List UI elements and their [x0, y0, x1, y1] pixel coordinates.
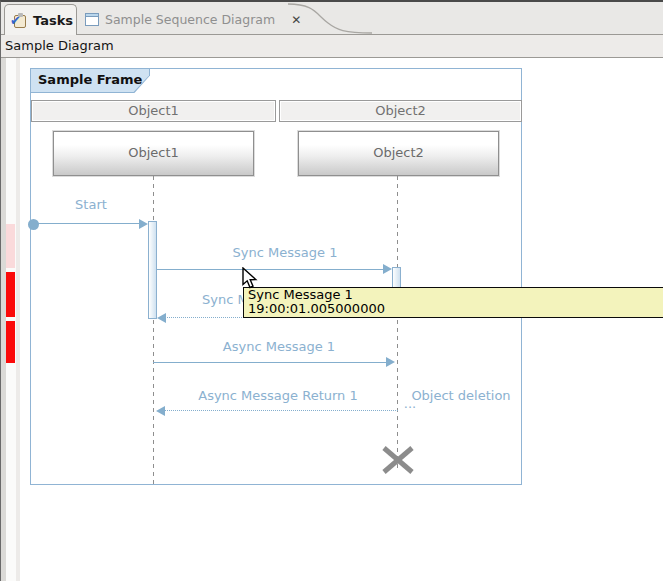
- lifeline-object2[interactable]: [397, 176, 398, 470]
- async-message-return-1-line[interactable]: [161, 410, 398, 411]
- ruler-inner-edge: [16, 58, 20, 581]
- tooltip-timestamp: 19:00:01.005000000: [248, 302, 662, 316]
- object-box-object2[interactable]: Object2: [298, 131, 499, 176]
- lifeline-header-object2[interactable]: Object2: [279, 100, 522, 122]
- view-title: Sample Diagram: [5, 38, 114, 53]
- mouse-cursor-icon: [241, 267, 263, 291]
- execution-bar-object1[interactable]: [148, 221, 157, 319]
- marker-red-2[interactable]: [6, 321, 15, 363]
- tab-edge-curve: [282, 2, 372, 35]
- start-message-arrowhead: [139, 219, 148, 229]
- frame-title: Sample Frame: [31, 69, 149, 92]
- sequence-diagram-icon: [85, 13, 99, 26]
- start-message-line[interactable]: [33, 223, 143, 224]
- sync-message-1-label[interactable]: Sync Message 1: [185, 245, 385, 260]
- sync-message-1-line[interactable]: [157, 269, 385, 270]
- marker-lane: [6, 58, 16, 581]
- lifeline-header-object1[interactable]: Object1: [31, 100, 276, 122]
- async-message-return-1-label[interactable]: Async Message Return 1: [178, 388, 378, 403]
- sync-message-return-1-arrowhead: [157, 313, 166, 323]
- sequence-diagram-icon-titlebar: [86, 14, 98, 17]
- object-deletion-ellipsis: ...: [399, 396, 421, 411]
- sync-message-1-arrowhead: [383, 264, 392, 274]
- marker-red-1[interactable]: [6, 272, 15, 317]
- tab-seq-label: Sample Sequence Diagram: [105, 12, 275, 27]
- tooltip-title: Sync Message 1: [248, 288, 662, 302]
- editor-tab-bar: ✔ Tasks Sample Sequence Diagram ✕: [1, 2, 663, 35]
- start-message-label[interactable]: Start: [41, 197, 141, 212]
- object-deletion-label[interactable]: Object deletion: [405, 388, 517, 403]
- tab-tasks[interactable]: ✔ Tasks: [4, 4, 77, 36]
- async-message-return-1-arrowhead: [156, 406, 165, 416]
- marker-pink[interactable]: [6, 224, 15, 268]
- tab-sample-sequence-diagram[interactable]: Sample Sequence Diagram ✕: [80, 4, 301, 35]
- tab-tasks-label: Tasks: [33, 13, 73, 28]
- async-message-1-label[interactable]: Async Message 1: [179, 339, 379, 354]
- tasks-icon-check: ✔: [10, 13, 21, 28]
- object-stop-cross-icon[interactable]: [381, 446, 415, 474]
- eclipse-window: ✔ Tasks Sample Sequence Diagram ✕ Sample…: [0, 0, 663, 581]
- async-message-1-arrowhead: [386, 357, 395, 367]
- start-message-origin: [28, 219, 39, 230]
- tasks-icon: ✔: [12, 13, 28, 29]
- async-message-1-line[interactable]: [153, 362, 388, 363]
- sequence-diagram-canvas: Sample Frame Object1 Object2 Object1 Obj…: [1, 58, 663, 581]
- tooltip: Sync Message 1 19:00:01.005000000: [243, 287, 663, 318]
- object-box-object1[interactable]: Object1: [53, 131, 254, 176]
- view-header: Sample Diagram: [1, 35, 663, 58]
- frame-title-tag: Sample Frame: [30, 68, 150, 93]
